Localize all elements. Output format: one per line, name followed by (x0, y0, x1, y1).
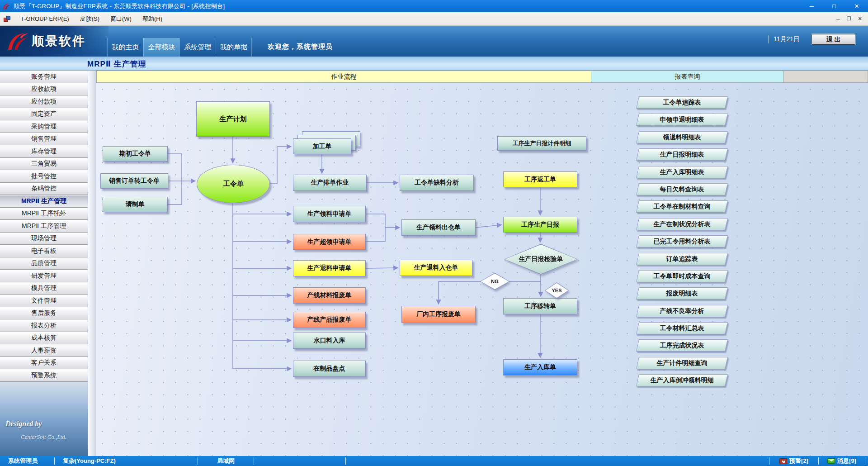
report-button-16[interactable]: 生产计件明细查询 (636, 357, 728, 369)
flow-node-production-inbound-order[interactable]: 生产入库单 (503, 359, 577, 376)
sidebar-item-20[interactable]: 售后服务 (0, 307, 88, 320)
menu-tgroup-erp[interactable]: T-GROUP ERP(E) (15, 14, 75, 24)
flow-node-wip-stocktake[interactable]: 在制品盘点 (293, 361, 366, 377)
flow-node-process-transfer-order[interactable]: 工序移转单 (503, 298, 577, 314)
flow-node-process-daily-report[interactable]: 工序生产日报 (503, 217, 577, 233)
report-button-2[interactable]: 申领申退明细表 (636, 114, 728, 126)
flow-node-material-return-receipt[interactable]: 生产退料入仓单 (400, 260, 472, 276)
window-titlebar: 顺景『T-GROUP』制造业ERP系统 - 东莞顺景软件科技有限公司 - [系统… (0, 0, 868, 12)
nav-tab-4[interactable]: 我的单据 (216, 38, 252, 57)
exit-button[interactable]: 退 出 (811, 34, 855, 45)
mdi-minimize-button[interactable]: ─ (833, 14, 844, 24)
report-button-17[interactable]: 生产入库倒冲领料明细 (636, 374, 728, 386)
report-button-6[interactable]: 每日欠料查询表 (636, 183, 728, 195)
report-button-4[interactable]: 生产日报明细表 (636, 148, 728, 161)
menu-help[interactable]: 帮助(H) (137, 13, 168, 25)
nav-tab-3[interactable]: 系统管理 (179, 38, 216, 57)
report-button-12[interactable]: 报废明细表 (636, 287, 728, 300)
flow-node-line-material-scrap[interactable]: 产线材料报废单 (293, 287, 366, 304)
report-button-label: 申领申退明细表 (638, 114, 726, 125)
report-button-14[interactable]: 工令材料汇总表 (636, 322, 728, 334)
flow-node-daily-report-inspection[interactable]: 生产日报检验单 (504, 244, 578, 275)
flow-node-line-product-scrap[interactable]: 产线产品报废单 (293, 312, 366, 328)
sidebar-item-6[interactable]: 销售管理 (0, 133, 88, 146)
report-button-label: 生产日报明细表 (638, 149, 726, 160)
sidebar-item-11[interactable]: MRPⅡ 生产管理 (0, 195, 88, 208)
window-minimize-button[interactable]: ─ (800, 0, 823, 12)
flow-node-processing-order[interactable]: 加工单 (293, 138, 351, 154)
flow-node-work-order[interactable]: 工令单 (197, 165, 270, 203)
flow-node-ng-flag[interactable]: NG (480, 273, 509, 290)
flow-node-request-make-order[interactable]: 请制单 (103, 197, 168, 212)
flow-node-sales-order-to-work-order[interactable]: 销售订单转工令单 (100, 173, 168, 189)
report-button-label: 工序完成状况表 (638, 340, 726, 351)
flow-node-work-order-shortage-analysis[interactable]: 工令单缺料分析 (400, 175, 474, 191)
sidebar-item-10[interactable]: 条码管控 (0, 183, 88, 195)
nav-tab-1[interactable]: 我的主页 (107, 38, 143, 57)
flow-node-yes-flag[interactable]: YES (545, 282, 569, 299)
flow-node-material-issue-order[interactable]: 生产领料出仓单 (401, 219, 476, 236)
sidebar-item-5[interactable]: 采购管理 (0, 120, 88, 133)
report-button-15[interactable]: 工序完成状况表 (636, 339, 728, 352)
sidebar-item-9[interactable]: 批号管控 (0, 170, 88, 183)
mdi-close-button[interactable]: ✕ (854, 14, 865, 24)
sidebar-item-18[interactable]: 模具管理 (0, 282, 88, 295)
flow-node-process-daily-piecework-detail[interactable]: 工序生产日报计件明细 (497, 136, 586, 151)
report-button-13[interactable]: 产线不良率分析 (636, 305, 728, 317)
flow-node-factory-process-scrap[interactable]: 厂内工序报废单 (401, 306, 476, 323)
report-button-9[interactable]: 已完工令用料分析表 (636, 235, 728, 247)
flow-node-sprue-material-inbound[interactable]: 水口料入库 (293, 333, 366, 349)
sidebar-item-13[interactable]: MRPⅡ 工序管理 (0, 220, 88, 233)
report-button-11[interactable]: 工令单即时成本查询 (636, 270, 728, 282)
sidebar-item-23[interactable]: 人事薪资 (0, 344, 88, 357)
report-button-8[interactable]: 生产在制状况分析表 (636, 218, 728, 230)
menu-window[interactable]: 窗口(W) (105, 13, 137, 25)
statusbar-message[interactable]: 消息[9] (819, 457, 865, 465)
flow-node-process-rework-order[interactable]: 工序返工单 (503, 171, 577, 187)
brand-swoosh-icon (6, 31, 30, 52)
sidebar-item-21[interactable]: 报表分析 (0, 319, 88, 332)
report-button-label: 生产计件明细查询 (638, 357, 726, 369)
menu-skin[interactable]: 皮肤(S) (75, 13, 105, 25)
sidebar-item-22[interactable]: 成本核算 (0, 332, 88, 345)
mdi-restore-button[interactable]: ❐ (844, 14, 854, 24)
nav-tab-2[interactable]: 全部模块 (143, 38, 179, 57)
report-button-7[interactable]: 工令单在制材料查询 (636, 200, 728, 213)
sidebar-item-7[interactable]: 库存管理 (0, 145, 88, 158)
sidebar-item-16[interactable]: 品质管理 (0, 257, 88, 270)
app-logo-icon (2, 2, 11, 11)
sidebar-item-8[interactable]: 三角贸易 (0, 158, 88, 171)
report-button-label: 领退料明细表 (638, 132, 726, 143)
report-button-1[interactable]: 工令单追踪表 (636, 96, 728, 109)
sidebar-footer: Designed by CenterSoft Co.,Ltd. (0, 402, 88, 456)
module-sidebar: 账务管理应收款项应付款项固定资产采购管理销售管理库存管理三角贸易批号管控条码管控… (0, 71, 88, 456)
report-button-label: 报废明细表 (638, 288, 726, 299)
report-button-5[interactable]: 生产入库明细表 (636, 166, 728, 178)
splitter-gutter[interactable] (88, 71, 96, 456)
flow-node-material-requisition[interactable]: 生产领料申请单 (293, 206, 366, 222)
sidebar-item-24[interactable]: 客户关系 (0, 357, 88, 370)
sidebar-item-15[interactable]: 电子看板 (0, 245, 88, 257)
report-button-10[interactable]: 订单追踪表 (636, 253, 728, 265)
sidebar-item-25[interactable]: 预警系统 (0, 369, 88, 382)
sidebar-item-12[interactable]: MRPⅡ 工序托外 (0, 208, 88, 220)
statusbar-alert[interactable]: 预警[2] (769, 457, 818, 465)
flow-node-opening-work-order[interactable]: 期初工令单 (103, 146, 168, 162)
sidebar-item-4[interactable]: 固定资产 (0, 108, 88, 121)
statusbar-network: 局域网 (198, 457, 254, 465)
report-button-3[interactable]: 领退料明细表 (636, 131, 728, 143)
alert-label: 预警[2] (789, 457, 808, 465)
window-maximize-button[interactable]: □ (823, 0, 845, 12)
flow-node-excess-requisition[interactable]: 生产超领申请单 (293, 234, 366, 250)
flow-node-production-plan[interactable]: 生产计划 (196, 101, 270, 137)
sidebar-item-2[interactable]: 应收款项 (0, 83, 88, 96)
flow-node-production-scheduling[interactable]: 生产排单作业 (293, 175, 367, 191)
sidebar-item-14[interactable]: 现场管理 (0, 233, 88, 245)
sidebar-item-1[interactable]: 账务管理 (0, 71, 88, 83)
sidebar-item-19[interactable]: 文件管理 (0, 295, 88, 307)
sidebar-item-3[interactable]: 应付款项 (0, 95, 88, 108)
sidebar-item-17[interactable]: 研发管理 (0, 270, 88, 282)
window-close-button[interactable]: ✕ (845, 0, 868, 12)
flow-node-material-return-request[interactable]: 生产退料申请单 (293, 260, 366, 276)
report-panel-header: 报表查询 (591, 71, 784, 83)
